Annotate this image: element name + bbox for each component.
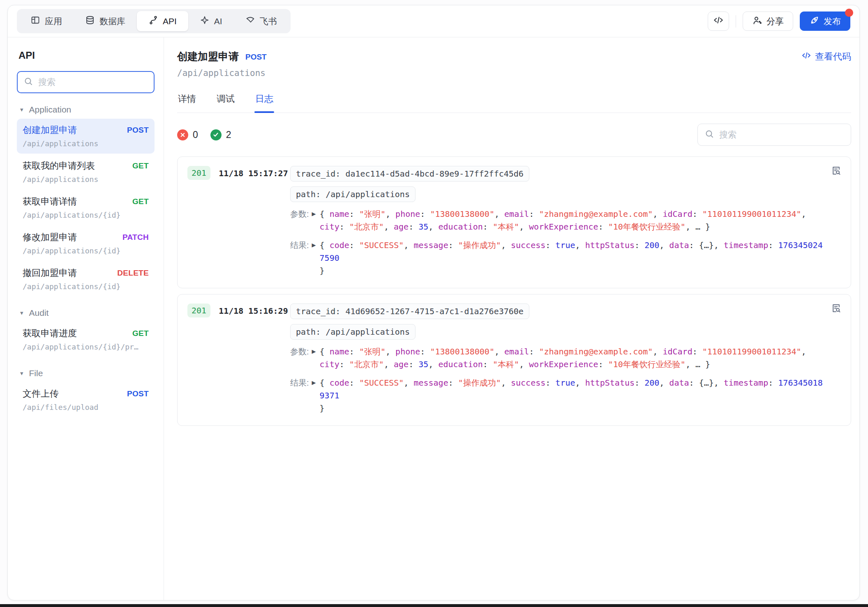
trace-id-pill: trace_id: da1ec114-d5ad-4bcd-89e9-17ff2f… <box>290 166 529 182</box>
nav-tab-label: 数据库 <box>99 16 125 27</box>
api-item-title: 撤回加盟申请 <box>23 267 77 279</box>
api-route-icon <box>148 15 158 27</box>
api-item-title: 修改加盟申请 <box>23 231 77 244</box>
chevron-down-icon: ▾ <box>20 370 23 377</box>
nav-tab-app[interactable]: 应用 <box>19 11 74 31</box>
sidebar-search-input[interactable] <box>38 77 148 87</box>
method-badge: GET <box>132 161 149 170</box>
success-count-value: 2 <box>226 129 231 140</box>
group-label: Application <box>29 105 72 115</box>
sidebar-item-withdraw-application[interactable]: 撤回加盟申请 DELETE /api/applications/{id} <box>17 262 155 297</box>
api-item-path: /api/applications <box>23 139 149 148</box>
api-path: /api/applications <box>177 68 851 78</box>
api-item-title: 获取我的申请列表 <box>23 160 95 172</box>
logs-search[interactable] <box>697 124 851 146</box>
nav-tab-ai[interactable]: AI <box>188 11 234 31</box>
sidebar-item-file-upload[interactable]: 文件上传 POST /api/files/upload <box>17 382 155 417</box>
result-line: 结果: { code: "SUCCESS", message: "操作成功", … <box>290 239 824 277</box>
error-icon <box>177 129 188 140</box>
sidebar-item-update-application[interactable]: 修改加盟申请 PATCH /api/applications/{id} <box>17 226 155 261</box>
error-count: 0 <box>177 129 198 140</box>
nav-tab-label: 飞书 <box>260 16 277 27</box>
api-item-path: /api/applications/{id} <box>23 282 149 291</box>
code-icon <box>713 15 724 28</box>
publish-button[interactable]: 发布 <box>800 11 850 31</box>
bottom-edge-bar <box>0 604 868 607</box>
feishu-icon <box>245 15 255 27</box>
method-badge: GET <box>132 329 149 338</box>
header-divider <box>736 15 736 28</box>
nav-tab-feishu[interactable]: 飞书 <box>234 11 289 31</box>
path-pill: path: /api/applications <box>290 186 416 202</box>
params-line: 参数: { name: "张明", phone: "13800138000", … <box>290 345 824 371</box>
status-badge: 201 <box>187 304 210 317</box>
sidebar-group-application[interactable]: ▾ Application <box>20 105 155 115</box>
group-label: Audit <box>29 308 49 318</box>
share-button[interactable]: 分享 <box>743 11 793 31</box>
header-actions: 分享 发布 <box>708 11 850 31</box>
search-icon <box>23 76 33 88</box>
logs-search-input[interactable] <box>719 130 844 140</box>
api-item-path: /api/applications/{id} <box>23 246 149 255</box>
expand-icon[interactable] <box>309 239 320 248</box>
group-label: File <box>29 368 43 378</box>
tab-debug[interactable]: 调试 <box>216 90 235 113</box>
log-timestamp: 11/18 15:17:27 <box>219 166 288 178</box>
app-grid-icon <box>30 15 40 27</box>
result-json: { code: "SUCCESS", message: "操作成功", succ… <box>320 377 824 415</box>
method-badge: PATCH <box>122 233 149 242</box>
tab-details[interactable]: 详情 <box>177 90 197 113</box>
sidebar-item-create-application[interactable]: 创建加盟申请 POST /api/applications <box>17 119 155 154</box>
params-label: 参数: <box>290 345 309 357</box>
api-item-path: /api/applications <box>23 175 149 184</box>
nav-tab-label: API <box>163 16 177 26</box>
sidebar-group-audit[interactable]: ▾ Audit <box>20 308 155 318</box>
result-line: 结果: { code: "SUCCESS", message: "操作成功", … <box>290 377 824 415</box>
method-badge: POST <box>245 51 267 62</box>
api-sidebar: API ▾ Application 创建加盟申请 POST /api/appli… <box>8 37 164 600</box>
sidebar-item-list-applications[interactable]: 获取我的申请列表 GET /api/applications <box>17 154 155 189</box>
log-list: 201 11/18 15:17:27 trace_id: da1ec114-d5… <box>177 156 851 426</box>
api-item-path: /api/applications/{id} <box>23 211 149 219</box>
sidebar-item-get-progress[interactable]: 获取申请进度 GET /api/applications/{id}/pr… <box>17 322 155 357</box>
result-label: 结果: <box>290 377 309 389</box>
nav-tab-database[interactable]: 数据库 <box>74 11 137 31</box>
expand-icon[interactable] <box>309 345 320 354</box>
notification-dot <box>845 9 853 17</box>
params-label: 参数: <box>290 208 309 220</box>
api-item-path: /api/files/upload <box>23 403 149 412</box>
params-json: { name: "张明", phone: "13800138000", emai… <box>320 208 806 233</box>
nav-tab-label: AI <box>214 16 222 26</box>
log-detail-icon[interactable] <box>831 303 842 315</box>
logs-toolbar: 0 2 <box>177 124 851 146</box>
code-button[interactable] <box>708 11 729 31</box>
sidebar-search[interactable] <box>17 71 155 93</box>
expand-icon[interactable] <box>309 377 320 386</box>
api-detail-panel: 创建加盟申请 POST 查看代码 /api/applications 详情 调试… <box>164 37 859 600</box>
expand-icon[interactable] <box>309 208 320 217</box>
view-code-label: 查看代码 <box>815 51 851 63</box>
share-people-icon <box>752 15 762 28</box>
log-entry: 201 11/18 15:17:27 trace_id: da1ec114-d5… <box>177 156 851 288</box>
method-badge: POST <box>127 389 149 398</box>
top-header: 应用 数据库 API AI <box>8 5 859 37</box>
ai-sparkle-icon <box>200 15 210 27</box>
log-timestamp: 11/18 15:16:29 <box>219 304 288 316</box>
top-nav-segmented-control: 应用 数据库 API AI <box>17 9 291 33</box>
nav-tab-api[interactable]: API <box>137 11 188 31</box>
trace-id-pill: trace_id: 41d69652-1267-4715-a7c1-d1a276… <box>290 304 529 319</box>
success-icon <box>210 129 222 140</box>
view-code-link[interactable]: 查看代码 <box>801 51 851 63</box>
api-item-title: 获取申请进度 <box>23 327 77 340</box>
log-detail-icon[interactable] <box>831 165 842 178</box>
tab-logs[interactable]: 日志 <box>254 90 274 113</box>
params-line: 参数: { name: "张明", phone: "13800138000", … <box>290 208 824 233</box>
sidebar-title: API <box>18 50 155 61</box>
sidebar-group-file[interactable]: ▾ File <box>20 368 155 378</box>
chevron-down-icon: ▾ <box>20 309 23 317</box>
database-icon <box>85 15 95 27</box>
detail-tabs: 详情 调试 日志 <box>177 90 851 113</box>
api-item-title: 创建加盟申请 <box>23 124 77 136</box>
sidebar-item-get-application-detail[interactable]: 获取申请详情 GET /api/applications/{id} <box>17 190 155 225</box>
chevron-down-icon: ▾ <box>20 106 23 113</box>
